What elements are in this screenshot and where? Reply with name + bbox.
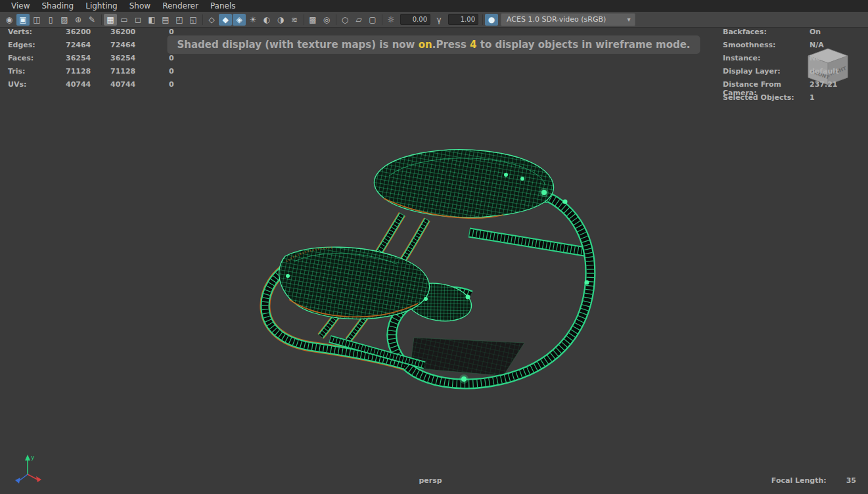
- grease-pencil-icon[interactable]: ✎: [85, 14, 99, 26]
- multisampling-icon[interactable]: ▩: [306, 14, 319, 26]
- object-details-label: Display Layer:: [723, 67, 810, 76]
- menu-show[interactable]: Show: [124, 1, 156, 11]
- axis-y-label: y: [31, 454, 35, 460]
- poly-count-row: Edges:72464724640: [8, 41, 174, 54]
- object-details-value: 1: [810, 93, 815, 102]
- wireframe-display-icon[interactable]: ◇: [205, 14, 218, 26]
- axis-x-arrowhead: [36, 476, 41, 482]
- poly-count-selected: 0: [169, 54, 174, 62]
- motion-blur-icon[interactable]: ≋: [288, 14, 301, 26]
- camera-name-label: persp: [419, 476, 442, 485]
- xray-icon[interactable]: ▱: [352, 14, 365, 26]
- object-details-row: Instance:No: [723, 54, 838, 67]
- color-management-icon[interactable]: ●: [485, 14, 498, 26]
- menu-shading[interactable]: Shading: [35, 1, 80, 11]
- poly-count-visible: 71128: [110, 67, 169, 76]
- menu-renderer[interactable]: Renderer: [156, 1, 204, 11]
- object-details-label: Instance:: [723, 54, 810, 62]
- film-gate-icon[interactable]: ▭: [118, 14, 131, 26]
- safe-action-icon[interactable]: ◰: [173, 14, 186, 26]
- bookmark-icon[interactable]: ▯: [44, 14, 57, 26]
- menu-lighting[interactable]: Lighting: [80, 1, 124, 11]
- chair-base-board: [410, 338, 524, 376]
- poly-count-total: 72464: [66, 41, 110, 49]
- axis-z: [19, 474, 28, 481]
- poly-count-total: 36200: [66, 28, 110, 36]
- toolbar-separator: [304, 14, 304, 25]
- chevron-down-icon: ▾: [623, 16, 635, 23]
- shadows-icon[interactable]: ◐: [260, 14, 273, 26]
- poly-count-label: Tris:: [8, 67, 66, 76]
- select-camera-icon[interactable]: ◉: [3, 14, 16, 26]
- toolbar-separator: [202, 14, 203, 25]
- image-plane-icon[interactable]: ▨: [58, 14, 71, 26]
- grid-icon[interactable]: ▦: [104, 14, 117, 26]
- object-details-row: Selected Objects:1: [723, 93, 838, 106]
- seat-cushion: [374, 150, 553, 218]
- poly-count-label: Faces:: [8, 54, 66, 62]
- resolution-gate-icon[interactable]: ◻: [131, 14, 145, 26]
- poly-count-row: Faces:36254362540: [8, 54, 174, 67]
- menu-panels[interactable]: Panels: [204, 1, 242, 11]
- in-view-message-segment: 4: [470, 39, 476, 51]
- view-transform-value: ACES 1.0 SDR-video (sRGB): [507, 15, 606, 24]
- toolbar-separator: [336, 14, 336, 25]
- lock-camera-icon[interactable]: ▣: [16, 14, 30, 26]
- focal-length-label: Focal Length:: [771, 476, 827, 485]
- gamma-field[interactable]: 1.00: [448, 14, 478, 25]
- gate-mask-icon[interactable]: ◧: [145, 14, 158, 26]
- chair-rear-crossbar: [469, 233, 589, 252]
- poly-count-hud: Verts:36200362000 Edges:72464724640 Face…: [8, 28, 174, 93]
- in-view-message-segment: to display objects in wireframe mode.: [476, 39, 690, 51]
- object-details-value: N/A: [810, 41, 824, 49]
- poly-count-row: Verts:36200362000: [8, 28, 174, 41]
- poly-count-visible: 40744: [110, 80, 169, 89]
- in-view-message-segment: on: [419, 39, 432, 51]
- exposure-field[interactable]: 0.00: [400, 14, 430, 25]
- poly-count-label: Edges:: [8, 41, 66, 49]
- gamma-icon[interactable]: γ: [432, 14, 445, 26]
- two-d-pan-zoom-icon[interactable]: ⊕: [72, 14, 85, 26]
- poly-count-total: 40744: [66, 80, 110, 89]
- poly-count-visible: 36200: [110, 28, 169, 36]
- poly-count-visible: 36254: [110, 54, 169, 62]
- object-details-value: default: [810, 67, 838, 76]
- textured-display-icon[interactable]: ◈: [233, 14, 246, 26]
- exposure-icon[interactable]: ☼: [384, 14, 398, 26]
- ambient-occlusion-icon[interactable]: ◑: [274, 14, 287, 26]
- toolbar-separator: [382, 14, 382, 25]
- poly-count-total: 71128: [66, 67, 110, 76]
- safe-title-icon[interactable]: ◱: [187, 14, 200, 26]
- object-details-value: On: [810, 28, 821, 36]
- in-view-message: Shaded display (with texture maps) is no…: [167, 35, 700, 54]
- object-details-hud: Backfaces:On Smoothness:N/A Instance:No …: [723, 28, 838, 106]
- toolbar-separator: [482, 14, 483, 25]
- axis-y-arrowhead: [25, 455, 30, 460]
- field-chart-icon[interactable]: ▤: [159, 14, 172, 26]
- use-all-lights-icon[interactable]: ☀: [246, 14, 260, 26]
- xray-joints-icon[interactable]: ▢: [366, 14, 379, 26]
- isolate-select-icon[interactable]: ○: [338, 14, 352, 26]
- poly-count-selected: 0: [169, 80, 174, 89]
- poly-count-visible: 72464: [110, 41, 169, 49]
- object-details-label: Backfaces:: [723, 28, 810, 36]
- depth-of-field-icon[interactable]: ◎: [320, 14, 333, 26]
- object-details-row: Distance From Camera:237.21: [723, 80, 838, 93]
- camera-attributes-icon[interactable]: ◫: [30, 14, 43, 26]
- focal-length-value: 35: [846, 476, 856, 485]
- poly-count-row: Tris:71128711280: [8, 67, 174, 80]
- kneeling-chair-model[interactable]: [265, 150, 590, 384]
- object-details-value: No: [810, 54, 821, 62]
- shaded-display-icon[interactable]: ◆: [219, 14, 232, 26]
- object-details-label: Selected Objects:: [723, 93, 810, 102]
- axis-orientation-gizmo: y: [8, 452, 47, 489]
- toolbar-icon-group: ◉▣◫▯▨⊕✎▦▭◻◧▤◰◱◇◆◈☀◐◑≋▩◎○▱▢: [3, 14, 384, 26]
- menu-view[interactable]: View: [5, 1, 35, 11]
- poly-count-total: 36254: [66, 54, 110, 62]
- poly-count-row: UVs:40744407440: [8, 80, 174, 93]
- axis-z-arrowhead: [15, 478, 20, 483]
- in-view-message-segment: Press: [436, 39, 470, 51]
- viewport-menu-bar: ViewShadingLightingShowRendererPanels: [0, 0, 868, 12]
- view-transform-select[interactable]: ACES 1.0 SDR-video (sRGB) ▾: [501, 13, 635, 26]
- object-details-row: Smoothness:N/A: [723, 41, 838, 54]
